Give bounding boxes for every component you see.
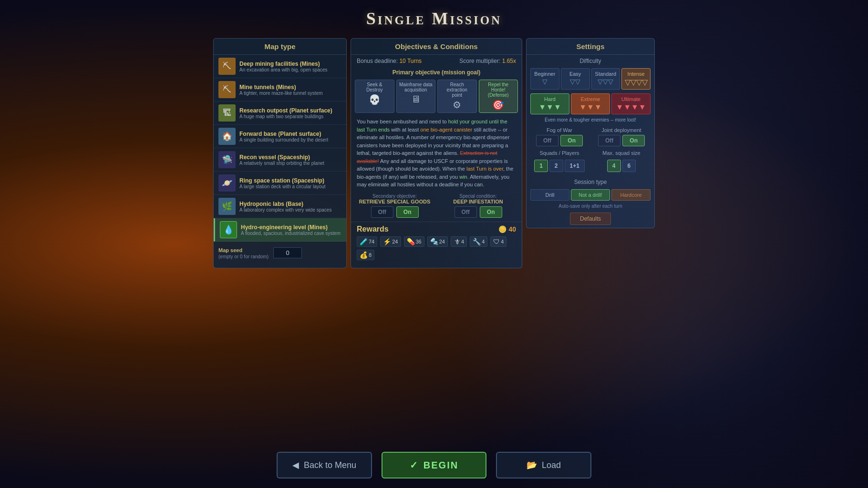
- reward-icon-6: 🔧: [473, 238, 481, 245]
- diff-standard[interactable]: Standard ▽▽▽: [591, 68, 620, 90]
- map-item-name: Research outpost (Planet surface): [239, 107, 332, 114]
- squad-2-btn[interactable]: 2: [549, 160, 563, 172]
- reward-value-6: 4: [482, 239, 485, 244]
- map-item-name: Deep mining facilities (Mines): [239, 61, 328, 67]
- map-item-mine-tunnels[interactable]: ⛏ Mine tunnels (Mines) A tighter, more m…: [214, 78, 346, 102]
- reward-icon-4: 🔩: [430, 238, 438, 245]
- max-squad-group: Max. squad size 4 6: [592, 150, 651, 174]
- fog-of-war-group: Fog of War Off On: [530, 127, 589, 146]
- secondary-toggle-row: Off On: [355, 206, 434, 218]
- squad-1plus1-btn[interactable]: 1+1: [565, 160, 585, 172]
- fog-on-btn[interactable]: On: [560, 135, 583, 146]
- rewards-total: 🪙 40: [498, 225, 516, 233]
- back-label: Back to Menu: [304, 460, 356, 470]
- reward-value-4: 24: [439, 239, 445, 244]
- session-not-a-drill-btn[interactable]: Not a drill!: [571, 189, 610, 201]
- diff-easy[interactable]: Easy ▽▽: [561, 68, 590, 90]
- map-item-deep-mining[interactable]: ⛏ Deep mining facilities (Mines) An exca…: [214, 55, 346, 78]
- load-button[interactable]: 📂 Load: [496, 452, 591, 478]
- map-item-desc: An excavation area with big, open spaces: [239, 67, 328, 72]
- secondary-on-btn[interactable]: On: [396, 206, 419, 218]
- difficulty-row-2: Hard ▼▼▼ Extreme ▼▼▼ Ultimate ▼▼▼▼: [527, 92, 654, 116]
- begin-check-icon: ✓: [410, 459, 419, 471]
- special-toggle-row: Off On: [438, 206, 518, 218]
- difficulty-note: Even more & tougher enemies -- more loot…: [527, 116, 654, 125]
- mainframe-icon: 🖥: [399, 94, 434, 105]
- map-icon-ring-space-station: 🪐: [218, 174, 236, 192]
- fog-off-btn[interactable]: Off: [536, 135, 558, 146]
- obj-tab-repel-horde[interactable]: Repel the Horde!(Defense) 🎯: [479, 80, 518, 113]
- session-row: Drill Not a drill! Hardcore: [527, 187, 654, 203]
- map-item-desc: A flooded, spacious, industrialized cave…: [241, 231, 341, 236]
- map-icon-hydro-engineering: 💧: [220, 221, 237, 238]
- desc-highlight-5: win: [459, 174, 467, 180]
- map-type-title: Map type: [214, 39, 346, 55]
- map-item-forward-base[interactable]: 🏠 Forward base (Planet surface) A single…: [214, 125, 346, 148]
- squads-label: Squads / Players: [530, 150, 589, 156]
- joint-on-btn[interactable]: On: [622, 135, 645, 146]
- reward-icon-2: ⚡: [383, 238, 391, 245]
- session-drill-btn[interactable]: Drill: [530, 189, 569, 201]
- map-seed-input[interactable]: [273, 247, 302, 258]
- secondary-off-btn[interactable]: Off: [371, 206, 393, 218]
- squad-1-btn[interactable]: 1: [534, 160, 548, 172]
- diff-extreme[interactable]: Extreme ▼▼▼: [571, 93, 610, 114]
- diff-beginner[interactable]: Beginner ▽: [530, 68, 559, 90]
- defaults-button[interactable]: Defaults: [570, 213, 611, 225]
- map-item-hydroponic[interactable]: 🌿 Hydroponic labs (Base) A laboratory co…: [214, 195, 346, 218]
- beginner-icon: ▽: [533, 78, 557, 85]
- diff-intense[interactable]: Intense ▽▽▽▽: [621, 68, 651, 90]
- squads-group: Squads / Players 1 2 1+1: [530, 150, 589, 174]
- map-item-ring-space-station[interactable]: 🪐 Ring space station (Spaceship) A large…: [214, 172, 346, 195]
- fog-joint-row: Fog of War Off On Joint deployment Off O…: [527, 125, 654, 148]
- map-item-desc: A laboratory complex with very wide spac…: [239, 207, 331, 213]
- map-item-desc: A huge map with two separate buildings: [239, 114, 332, 119]
- session-type-label: Session type: [527, 176, 654, 187]
- max-squad-buttons: 4 6: [592, 158, 651, 174]
- map-type-panel: Map type ⛏ Deep mining facilities (Mines…: [213, 38, 347, 268]
- secondary-label: Secondary objective:: [355, 193, 434, 199]
- special-label: Special condition:: [438, 193, 518, 199]
- special-block: Special condition: DEEP INFESTATION Off …: [438, 193, 518, 218]
- map-seed-label: Map seed: [218, 247, 242, 253]
- map-item-hydro-engineering[interactable]: 💧 Hydro-engineering level (Mines) A floo…: [214, 218, 346, 242]
- begin-label: BEGIN: [424, 460, 458, 471]
- obj-tab-mainframe[interactable]: Mainframe dataacquisition 🖥: [396, 80, 436, 113]
- max-squad-6-btn[interactable]: 6: [622, 160, 636, 172]
- reward-item-4: 🔩24: [427, 236, 448, 247]
- map-item-name: Hydro-engineering level (Mines): [241, 224, 341, 231]
- begin-button[interactable]: ✓ BEGIN: [382, 452, 486, 478]
- map-item-name: Mine tunnels (Mines): [239, 84, 323, 91]
- reward-item-7: 🛡4: [490, 236, 506, 247]
- rewards-coin-icon: 🪙: [498, 225, 506, 233]
- bonus-score-row: Bonus deadline: 10 Turns Score multiplie…: [351, 55, 522, 67]
- special-on-btn[interactable]: On: [480, 206, 502, 218]
- back-to-menu-button[interactable]: ◀ Back to Menu: [277, 452, 372, 478]
- special-value: DEEP INFESTATION: [438, 199, 518, 204]
- reward-item-8: 💰8: [357, 250, 374, 260]
- desc-highlight-4: last Turn is over: [466, 166, 503, 172]
- obj-tab-seek-destroy[interactable]: Seek &Destroy 💀: [355, 80, 394, 113]
- squads-buttons: 1 2 1+1: [530, 158, 589, 174]
- diff-ultimate[interactable]: Ultimate ▼▼▼▼: [611, 93, 651, 114]
- reward-value-3: 36: [416, 239, 422, 244]
- map-icon-recon-vessel: 🛸: [218, 151, 236, 168]
- map-item-research-outpost[interactable]: 🏗 Research outpost (Planet surface) A hu…: [214, 102, 346, 125]
- special-off-btn[interactable]: Off: [455, 206, 477, 218]
- joint-off-btn[interactable]: Off: [598, 135, 620, 146]
- load-folder-icon: 📂: [527, 460, 537, 470]
- joint-toggles: Off On: [592, 135, 651, 146]
- map-item-recon-vessel[interactable]: 🛸 Recon vessel (Spaceship) A relatively …: [214, 148, 346, 172]
- obj-tab-reach-extraction[interactable]: Reach extractionpoint ⚙: [437, 80, 477, 113]
- objectives-title: Objectives & Conditions: [351, 39, 522, 55]
- max-squad-4-btn[interactable]: 4: [607, 160, 621, 172]
- reward-value-7: 4: [501, 239, 504, 244]
- reward-icon-3: 💊: [407, 238, 415, 245]
- session-hardcore-btn[interactable]: Hardcore: [611, 189, 651, 201]
- map-seed-sublabel: (empty or 0 for random): [218, 254, 269, 259]
- autosave-note: Auto-save only after each turn: [527, 203, 654, 210]
- secondary-block: Secondary objective: RETRIEVE SPECIAL GO…: [355, 193, 434, 218]
- reward-icon-7: 🛡: [493, 238, 500, 245]
- page-title: Single Mission: [0, 9, 868, 29]
- diff-hard[interactable]: Hard ▼▼▼: [530, 93, 569, 114]
